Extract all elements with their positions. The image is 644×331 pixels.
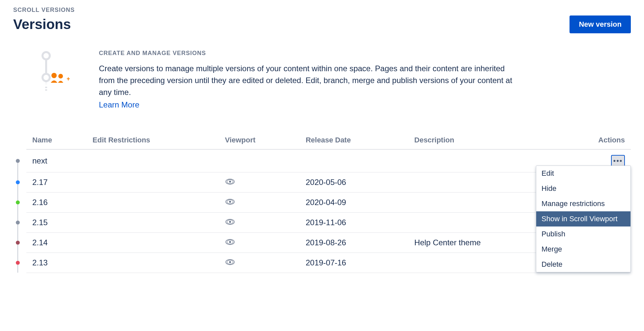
svg-point-2 [43,74,50,81]
version-name-cell: 2.14 [26,233,87,253]
description-cell [408,253,557,273]
version-name-cell: 2.15 [26,213,87,233]
release-date-cell: 2020-04-09 [300,193,408,213]
timeline-dot [16,200,20,204]
edit-restrictions-cell [87,149,219,172]
svg-text:+: + [67,75,70,82]
timeline-dot [16,180,20,184]
edit-restrictions-cell [87,233,219,253]
timeline-dot [16,261,20,265]
col-header-name[interactable]: Name [26,133,87,149]
version-name-cell: 2.13 [26,253,87,273]
description-cell [408,149,557,172]
page-title: Versions [13,16,71,32]
eye-icon [225,198,235,207]
edit-restrictions-cell [87,172,219,193]
timeline-dot [16,159,20,163]
col-header-viewport[interactable]: Viewport [219,133,300,149]
edit-restrictions-cell [87,193,219,213]
eye-icon [225,218,235,227]
version-name-cell: 2.17 [26,172,87,193]
release-date-cell: 2019-08-26 [300,233,408,253]
viewport-cell [219,213,300,233]
learn-more-link[interactable]: Learn More [99,100,139,109]
svg-point-5 [51,73,57,78]
svg-point-6 [58,74,63,78]
menu-item[interactable]: Merge [536,242,630,257]
versions-illustration-icon: + [13,50,79,109]
svg-point-16 [229,221,231,223]
viewport-cell [219,193,300,213]
timeline-line [17,161,18,273]
new-version-button[interactable]: New version [570,15,631,33]
viewport-cell [219,172,300,193]
svg-point-19 [229,241,231,243]
description-cell [408,193,557,213]
version-name-cell: next [26,149,87,172]
viewport-cell [219,149,300,172]
release-date-cell: 2019-07-16 [300,253,408,273]
breadcrumb: SCROLL VERSIONS [13,7,631,14]
menu-item[interactable]: Show in Scroll Viewport [536,211,630,226]
release-date-cell: 2020-05-06 [300,172,408,193]
menu-item[interactable]: Publish [536,226,630,242]
row-actions-menu: EditHideManage restrictionsShow in Scrol… [536,166,631,272]
col-header-actions: Actions [558,133,631,149]
timeline-dot [16,241,20,245]
svg-point-0 [43,52,50,59]
menu-item[interactable]: Delete [536,257,630,272]
svg-point-13 [229,201,231,203]
description-cell [408,213,557,233]
intro-heading: CREATE AND MANAGE VERSIONS [99,50,514,57]
col-header-release-date[interactable]: Release Date [300,133,408,149]
description-cell [408,172,557,193]
viewport-cell [219,233,300,253]
row-actions-button[interactable]: ••• [611,155,625,167]
menu-item[interactable]: Edit [536,166,630,181]
version-name-cell: 2.16 [26,193,87,213]
eye-icon [225,258,235,267]
eye-icon [225,178,235,187]
timeline-dot [16,221,20,225]
svg-point-10 [229,181,231,183]
release-date-cell [300,149,408,172]
edit-restrictions-cell [87,213,219,233]
menu-item[interactable]: Hide [536,181,630,196]
menu-item[interactable]: Manage restrictions [536,196,630,211]
intro-body: Create versions to manage multiple versi… [99,63,514,98]
col-header-description[interactable]: Description [408,133,557,149]
eye-icon [225,238,235,247]
release-date-cell: 2019-11-06 [300,213,408,233]
viewport-cell [219,253,300,273]
edit-restrictions-cell [87,253,219,273]
col-header-edit-restrictions[interactable]: Edit Restrictions [87,133,219,149]
description-cell: Help Center theme [408,233,557,253]
svg-point-22 [229,261,231,263]
